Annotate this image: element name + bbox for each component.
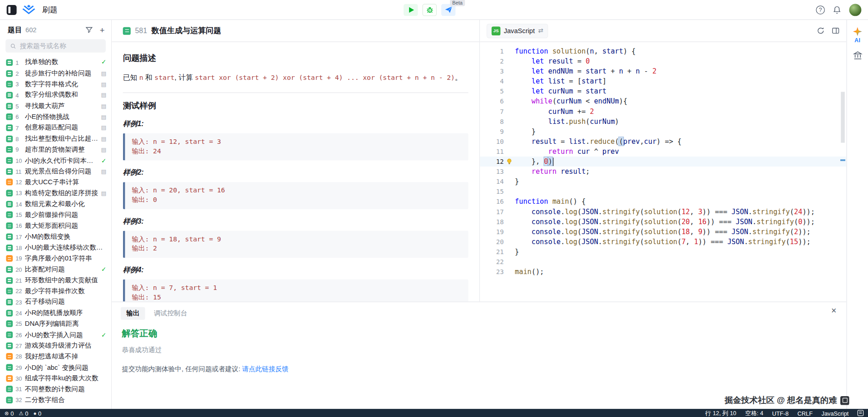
line-number[interactable]: 7 bbox=[480, 107, 503, 117]
code-line[interactable]: 6 while(curNum < endNUm){ bbox=[480, 97, 846, 107]
search-input[interactable] bbox=[20, 42, 101, 50]
tab-debug-console[interactable]: 调试控制台 bbox=[153, 307, 188, 320]
problem-list-item[interactable]: 28我好想逃却逃不掉 bbox=[0, 351, 111, 362]
problem-list-item[interactable]: 3数字字符串格式化▤ bbox=[0, 79, 111, 90]
problem-list-item[interactable]: 32二分数字组合 bbox=[0, 395, 111, 406]
problem-list-item[interactable]: 13构造特定数组的逆序拼接▤ bbox=[0, 188, 111, 199]
status-warning-indicator[interactable]: ⚠0 bbox=[19, 410, 28, 417]
problem-list-item[interactable]: 9超市里的货物架调整▤ bbox=[0, 144, 111, 155]
line-number[interactable]: 2 bbox=[480, 56, 503, 66]
line-number[interactable]: 14 bbox=[480, 177, 503, 186]
line-number[interactable]: 12 bbox=[480, 157, 503, 167]
code-line[interactable]: 14} bbox=[480, 177, 846, 186]
problem-list-item[interactable]: 11观光景点组合得分问题▤ bbox=[0, 166, 111, 177]
code-line[interactable]: 3 let endNUm = start + n + n - 2 bbox=[480, 67, 846, 77]
code-line[interactable]: 20 console.log(JSON.stringify(solution(7… bbox=[480, 237, 846, 247]
code-line[interactable]: 18 console.log(JSON.stringify(solution(2… bbox=[480, 217, 846, 227]
problem-list-item[interactable]: 12最大UCC子串计算 bbox=[0, 177, 111, 188]
status-dot-indicator[interactable]: ●0 bbox=[33, 410, 41, 417]
problem-list-item[interactable]: 30组成字符串ku的最大次数 bbox=[0, 373, 111, 384]
cursor-position[interactable]: 行 12, 列 10 bbox=[705, 409, 736, 417]
line-number[interactable]: 22 bbox=[480, 257, 503, 267]
problem-list-item[interactable]: 17小M的数组变换 bbox=[0, 231, 111, 242]
line-number[interactable]: 3 bbox=[480, 67, 503, 77]
line-number[interactable]: 20 bbox=[480, 237, 503, 247]
line-number[interactable]: 23 bbox=[480, 267, 503, 277]
line-number[interactable]: 6 bbox=[480, 97, 503, 107]
code-line[interactable]: 1function solution(n, start) { bbox=[480, 46, 846, 56]
problem-list-item[interactable]: 10小I的永久代币卡回本计划✓ bbox=[0, 155, 111, 166]
code-line[interactable]: 15 bbox=[480, 186, 846, 196]
problem-list-item[interactable]: 16最大矩形面积问题 bbox=[0, 221, 111, 231]
problem-list-item[interactable]: 23石子移动问题 bbox=[0, 297, 111, 308]
line-number[interactable]: 10 bbox=[480, 137, 503, 147]
help-icon[interactable]: ? bbox=[816, 5, 825, 15]
language-selector[interactable]: JS JavaScript ⇄ bbox=[487, 24, 548, 38]
eol-setting[interactable]: CRLF bbox=[798, 410, 813, 417]
problem-list-item[interactable]: 20比赛配对问题✓ bbox=[0, 264, 111, 275]
problem-list-item[interactable]: 14数组元素之和最小化 bbox=[0, 199, 111, 210]
problem-list-item[interactable]: 27游戏英雄升级潜力评估 bbox=[0, 340, 111, 351]
line-number[interactable]: 11 bbox=[480, 147, 503, 157]
code-line[interactable]: 23main(); bbox=[480, 267, 846, 277]
code-line[interactable]: 9 } bbox=[480, 127, 846, 137]
problem-list-item[interactable]: 2徒步旅行中的补给问题▤ bbox=[0, 68, 111, 79]
code-line[interactable]: 17 console.log(JSON.stringify(solution(1… bbox=[480, 206, 846, 216]
line-number[interactable]: 9 bbox=[480, 127, 503, 137]
debug-button[interactable] bbox=[422, 4, 437, 16]
problem-list-item[interactable]: 4数字分组求偶数和▤ bbox=[0, 90, 111, 101]
problem-list-item[interactable]: 25DNA序列编辑距离 bbox=[0, 319, 111, 329]
line-number[interactable]: 17 bbox=[480, 206, 503, 216]
layout-split-icon[interactable] bbox=[832, 27, 840, 35]
line-number[interactable]: 13 bbox=[480, 167, 503, 177]
code-line[interactable]: 8 list.push(curNum) bbox=[480, 117, 846, 127]
code-line[interactable]: 21} bbox=[480, 247, 846, 257]
problem-list-item[interactable]: 7创意标题匹配问题▤ bbox=[0, 123, 111, 133]
problem-list-item[interactable]: 31不同整数的计数问题 bbox=[0, 384, 111, 395]
editor-scrollbar[interactable] bbox=[841, 92, 845, 142]
language-mode[interactable]: JavaScript bbox=[822, 410, 849, 417]
filter-icon[interactable] bbox=[85, 26, 93, 34]
indentation-setting[interactable]: 空格: 4 bbox=[745, 409, 763, 417]
code-line[interactable]: 12 }, 0) bbox=[480, 157, 846, 167]
problem-list-item[interactable]: 6小E的怪物挑战▤ bbox=[0, 112, 111, 123]
line-number[interactable]: 18 bbox=[480, 217, 503, 227]
code-line[interactable]: 16function main() { bbox=[480, 196, 846, 206]
problem-list-item[interactable]: 5寻找最大葫芦▤ bbox=[0, 101, 111, 112]
juejin-logo[interactable] bbox=[22, 4, 35, 15]
line-number[interactable]: 16 bbox=[480, 196, 503, 206]
problem-list-item[interactable]: 29小D的 `abc` 变换问题 bbox=[0, 362, 111, 373]
problem-list-item[interactable]: 21环形数组中的最大贡献值 bbox=[0, 275, 111, 286]
code-line[interactable]: 11 return cur ^ prev bbox=[480, 147, 846, 157]
line-number[interactable]: 5 bbox=[480, 87, 503, 97]
code-line[interactable]: 22 bbox=[480, 257, 846, 267]
user-avatar[interactable] bbox=[849, 4, 862, 16]
line-number[interactable]: 4 bbox=[480, 77, 503, 87]
problem-list-item[interactable]: 19字典序最小的01字符串 bbox=[0, 253, 111, 264]
search-box[interactable] bbox=[5, 39, 106, 53]
reset-code-icon[interactable] bbox=[817, 27, 825, 35]
run-button[interactable] bbox=[404, 4, 418, 16]
encoding[interactable]: UTF-8 bbox=[772, 410, 789, 417]
problem-list-item[interactable]: 22最少字符串操作次数 bbox=[0, 286, 111, 297]
line-number[interactable]: 8 bbox=[480, 117, 503, 127]
add-icon[interactable]: + bbox=[100, 26, 105, 34]
line-number[interactable]: 15 bbox=[480, 186, 503, 196]
line-number[interactable]: 21 bbox=[480, 247, 503, 257]
problem-list-item[interactable]: 1找单独的数✓ bbox=[0, 57, 111, 68]
problem-list-item[interactable]: 26小U的数字插入问题✓ bbox=[0, 329, 111, 340]
problem-list-item[interactable]: 8找出整型数组中占比超过...▤ bbox=[0, 133, 111, 144]
quick-fix-lightbulb-icon[interactable] bbox=[504, 157, 515, 167]
status-error-indicator[interactable]: ⊗0 bbox=[5, 410, 14, 417]
statusbar-feedback-icon[interactable] bbox=[858, 410, 863, 416]
close-output-icon[interactable]: × bbox=[829, 307, 838, 316]
bell-icon[interactable] bbox=[833, 5, 842, 15]
code-area[interactable]: 1function solution(n, start) {2 let resu… bbox=[480, 42, 846, 277]
code-line[interactable]: 10 result = list.reduce((prev,cur) => { bbox=[480, 137, 846, 147]
problem-list-item[interactable]: 24小R的随机播放顺序 bbox=[0, 308, 111, 319]
code-line[interactable]: 5 let curNum = start bbox=[480, 87, 846, 97]
problem-list-item[interactable]: 18小U的最大连续移动次数问题 bbox=[0, 242, 111, 253]
ai-assistant-button[interactable]: AI bbox=[853, 27, 863, 44]
line-number[interactable]: 19 bbox=[480, 227, 503, 237]
code-line[interactable]: 13 return result; bbox=[480, 167, 846, 177]
